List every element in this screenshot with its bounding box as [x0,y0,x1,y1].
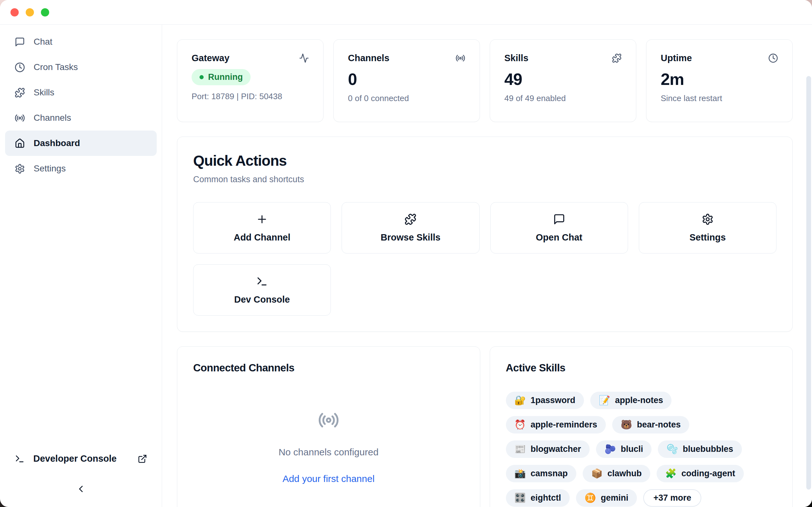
minimize-button[interactable] [26,8,34,16]
gear-icon [14,164,25,174]
connected-channels-card: Connected Channels No channels configure… [177,346,480,507]
skill-badge-bear-notes: 🐻bear-notes [612,416,689,434]
stat-subtext: 49 of 49 enabled [504,94,622,103]
skill-emoji: 📸 [514,469,526,478]
developer-console-link[interactable]: Developer Console [0,453,162,464]
sidebar-item-label: Chat [34,37,52,47]
puzzle-icon [14,88,25,98]
quick-action-open-chat[interactable]: Open Chat [490,202,628,253]
skill-name: 1password [531,395,575,405]
skill-badge-bluebubbles: 🫧bluebubbles [658,441,742,458]
skill-name: bluebubbles [683,444,733,454]
quick-actions-subtitle: Common tasks and shortcuts [193,175,776,184]
channels-empty-state: No channels configured Add your first ch… [193,409,464,484]
stat-title: Uptime [661,53,692,63]
skill-badge-1password: 🔐1password [506,392,584,409]
skill-badge-clawhub: 📦clawhub [583,465,650,482]
active-skills-title: Active Skills [506,362,777,374]
skill-badge-apple-reminders: ⏰apple-reminders [506,416,606,434]
main-content: GatewayRunningPort: 18789 | PID: 50438Ch… [162,25,812,507]
zoom-button[interactable] [41,8,49,16]
gear-icon [702,213,714,225]
active-skills-card: Active Skills 🔐1password📝apple-notes⏰app… [490,346,793,507]
radio-icon [455,53,465,63]
sidebar-item-settings[interactable]: Settings [5,156,157,181]
stat-cards: GatewayRunningPort: 18789 | PID: 50438Ch… [177,39,793,122]
quick-action-label: Browse Skills [380,232,441,243]
add-first-channel-link[interactable]: Add your first channel [283,473,374,484]
bottom-cards: Connected Channels No channels configure… [177,346,793,507]
puzzle-icon [404,213,416,225]
sidebar-nav: ChatCron TasksSkillsChannelsDashboardSet… [0,29,162,181]
quick-action-settings[interactable]: Settings [639,202,776,253]
skill-name: camsnap [531,469,568,478]
app-window: ChatCron TasksSkillsChannelsDashboardSet… [0,0,812,507]
radio-icon [14,113,25,123]
skill-badge-camsnap: 📸camsnap [506,465,576,482]
quick-action-label: Dev Console [234,294,290,305]
collapse-row [0,481,162,498]
plus-icon [256,213,268,225]
stat-subtext: Since last restart [661,94,778,103]
sidebar-item-channels[interactable]: Channels [5,105,157,130]
status-dot [200,75,204,79]
home-icon [14,138,25,149]
skill-name: coding-agent [681,469,735,478]
sidebar-item-label: Cron Tasks [34,62,78,72]
quick-action-browse-skills[interactable]: Browse Skills [342,202,479,253]
terminal-icon [256,275,268,287]
skill-emoji: ⏰ [514,420,526,429]
stat-subtext: 0 of 0 connected [348,94,465,103]
sidebar-item-chat[interactable]: Chat [5,29,157,55]
stat-value: 49 [504,70,622,89]
clock-icon [14,62,25,72]
sidebar-item-skills[interactable]: Skills [5,80,157,105]
stat-title: Channels [348,53,390,63]
status-badge-label: Running [208,72,243,82]
stat-card-skills: Skills4949 of 49 enabled [490,39,636,122]
skill-badge-apple-notes: 📝apple-notes [590,392,672,409]
skills-more-label: +37 more [653,493,691,503]
sidebar-item-label: Dashboard [34,138,80,148]
sidebar-item-dashboard[interactable]: Dashboard [5,130,157,156]
status-badge: Running [192,69,251,85]
close-button[interactable] [10,8,19,16]
stat-title: Gateway [192,53,229,63]
skill-badge-coding-agent: 🧩coding-agent [657,465,744,482]
developer-console-label: Developer Console [33,453,117,464]
quick-action-buttons: Add ChannelBrowse SkillsOpen ChatSetting… [193,202,776,316]
stat-subtext: Port: 18789 | PID: 50438 [192,92,309,101]
channels-empty-text: No channels configured [278,447,378,458]
skill-badges: 🔐1password📝apple-notes⏰apple-reminders🐻b… [506,392,777,507]
title-bar [0,0,812,25]
vertical-scrollbar-thumb[interactable] [806,76,811,490]
skill-emoji: 📝 [599,396,610,405]
quick-actions-panel: Quick Actions Common tasks and shortcuts… [177,136,793,332]
sidebar-collapse-button[interactable] [72,481,90,498]
skill-name: eightctl [531,493,561,503]
chat-icon [14,37,25,47]
activity-icon [299,53,309,63]
sidebar-footer: Developer Console [0,453,162,498]
stat-card-uptime: Uptime2mSince last restart [646,39,793,122]
skill-emoji: 🫧 [666,445,678,454]
skill-emoji: 🫐 [605,445,616,454]
skill-emoji: 🎛️ [514,493,526,503]
skill-badge-eightctl: 🎛️eightctl [506,489,570,507]
skill-emoji: 🧩 [665,469,676,478]
skill-name: apple-notes [615,395,663,405]
external-link-icon [138,454,147,464]
skill-emoji: 📦 [591,469,603,478]
skill-badge-gemini: ♊gemini [576,489,637,507]
sidebar-item-cron-tasks[interactable]: Cron Tasks [5,55,157,80]
skill-emoji: 📰 [514,445,526,454]
sidebar-item-label: Settings [34,164,66,174]
sidebar-item-label: Channels [34,113,71,123]
chevron-left-icon [75,484,86,494]
skills-more-button[interactable]: +37 more [643,489,701,507]
quick-action-dev-console[interactable]: Dev Console [193,264,331,316]
puzzle-icon [612,53,622,63]
skill-emoji: ♊ [585,493,596,503]
radio-icon [318,409,339,432]
quick-action-add-channel[interactable]: Add Channel [193,202,331,253]
